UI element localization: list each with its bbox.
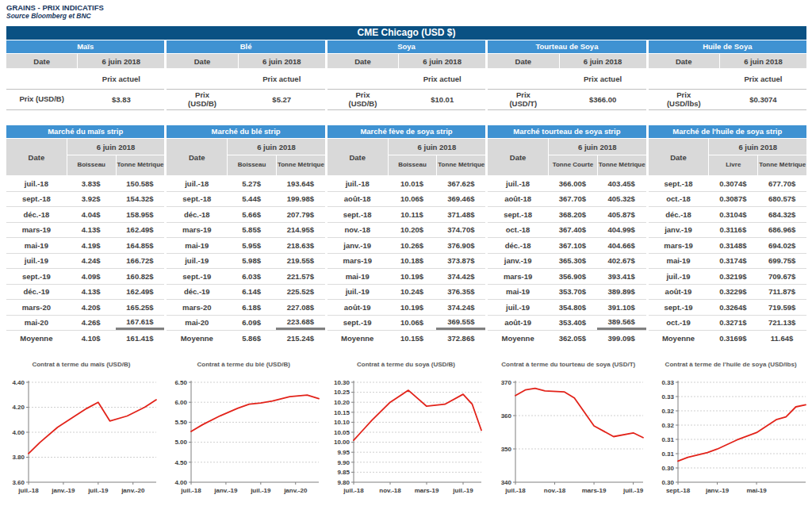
row-value: 405.87$: [597, 207, 646, 222]
line-chart: 0.300.300.310.310.320.320.330.33sept.-18…: [649, 376, 811, 501]
strip-section-soya: Marché fève de soya strip Date 6 juin 20…: [327, 125, 485, 347]
row-date: août-19: [649, 285, 709, 300]
strip-section-title: Marché tourteau de soya strip: [488, 125, 645, 138]
row-date: sept.-18: [6, 192, 67, 207]
unit-column-header: Tonne Métrique: [758, 155, 806, 175]
moyenne-value: 372.86$: [436, 331, 485, 347]
row-value: 367.62$: [436, 176, 485, 191]
row-value: 5.85$: [227, 223, 276, 238]
moyenne-label: Moyenne: [6, 331, 67, 347]
row-date: juil.-18: [488, 176, 548, 191]
row-value: 4.13$: [67, 285, 116, 300]
price-line: [678, 404, 806, 461]
y-tick-label: 9.80: [337, 479, 350, 486]
row-value: 354.80$: [548, 300, 597, 315]
table-row: mars-204.20$165.25$: [6, 300, 164, 316]
row-date: mars-19: [327, 254, 388, 269]
table-row: déc.-180.3104$684.32$: [649, 207, 806, 223]
moyenne-row: Moyenne 5.86$ 215.24$: [167, 331, 324, 347]
row-value: 4.26$: [67, 316, 116, 331]
row-value: 373.87$: [436, 254, 485, 269]
line-chart: 4.004.505.005.506.006.50juil.-18janv.-19…: [163, 376, 324, 501]
table-row: oct.-190.3271$721.13$: [649, 316, 806, 332]
row-date: mars-20: [6, 300, 67, 315]
row-date: sept.-19: [6, 269, 67, 284]
row-value: 193.64$: [276, 176, 325, 191]
table-row: août-1810.06$369.46$: [327, 192, 485, 208]
y-tick-label: 9.85: [337, 469, 350, 476]
table-row: sept.-183.92$154.32$: [6, 192, 164, 208]
table-row: mars-206.18$227.08$: [167, 300, 324, 316]
table-row: sept.-1910.06$369.55$: [327, 316, 485, 332]
price-unit-label: Prix (USD/lbs): [649, 90, 719, 109]
row-value: 227.08$: [276, 300, 325, 315]
x-tick-label: janv.-20: [121, 487, 145, 494]
spot-section-tourteau: Tourteau de Soya Date 6 juin 2018 Prix a…: [488, 40, 645, 110]
price-value: $0.3074: [720, 90, 806, 109]
moyenne-label: Moyenne: [327, 331, 388, 347]
x-tick-label: juil.-19: [250, 487, 271, 494]
table-row: mars-1910.18$373.87$: [327, 254, 485, 270]
chart-soya: Contrat à terme du soya (USD/B) 9.809.85…: [325, 355, 488, 501]
moyenne-label: Moyenne: [488, 331, 548, 347]
table-row: mai-206.09$223.68$: [167, 316, 324, 332]
y-tick-label: 4.20: [12, 404, 25, 411]
table-row: mai-19353.70$389.89$: [488, 285, 645, 301]
row-value: 165.25$: [116, 300, 165, 315]
date-value: 6 juin 2018: [239, 54, 325, 68]
y-tick-label: 10.20: [334, 399, 350, 406]
row-value: 0.3264$: [708, 300, 757, 315]
price-current-label: Prix actuel: [239, 68, 325, 89]
row-value: 0.3074$: [708, 176, 757, 191]
date-column-header: Date: [488, 139, 548, 175]
empty-cell: [327, 68, 398, 89]
date-label: Date: [649, 54, 719, 68]
row-date: janv.-19: [488, 254, 548, 269]
strip-section-title: Marché du maïs strip: [6, 125, 164, 138]
row-value: 4.13$: [67, 223, 116, 238]
strip-section-mais: Marché du maïs strip Date 6 juin 2018 Bo…: [6, 125, 164, 347]
row-value: 10.18$: [388, 254, 437, 269]
moyenne-row: Moyenne 4.10$ 161.41$: [6, 331, 164, 347]
line-chart: 340350360370juil.-18nov.-18mars-19juil.-…: [487, 376, 649, 501]
strip-section-huile: Marché de l'huile de soya strip Date 6 j…: [649, 125, 806, 347]
row-value: 680.57$: [757, 192, 806, 207]
row-value: 0.3174$: [708, 254, 757, 269]
unit-column-header: Tonne Courte: [549, 155, 597, 175]
price-current-label: Prix actuel: [78, 68, 164, 89]
price-line: [191, 395, 319, 431]
table-row: juil.-19354.80$391.10$: [488, 300, 645, 316]
row-value: 150.58$: [116, 176, 165, 191]
y-tick-label: 4.00: [174, 479, 187, 486]
row-date: déc.-18: [167, 207, 227, 222]
y-tick-label: 0.33: [662, 393, 675, 401]
row-value: 677.70$: [757, 176, 806, 191]
y-tick-label: 10.30: [334, 379, 350, 386]
price-unit-label: Prix (USD/B): [167, 90, 237, 109]
date-value-header: 6 juin 2018: [549, 139, 646, 155]
page-source: Source Bloomberg et BNC: [6, 12, 104, 20]
y-tick-label: 0.30: [662, 479, 675, 486]
unit-column-header: Tonne Métrique: [277, 155, 325, 175]
row-value: 4.09$: [67, 269, 116, 284]
table-row: sept.-18368.20$405.87$: [488, 207, 645, 223]
row-value: 404.66$: [597, 238, 646, 253]
x-tick-label: janv.-20: [283, 487, 308, 494]
y-tick-label: 5.00: [174, 439, 187, 446]
spot-section-ble: Blé Date 6 juin 2018 Prix actuel Prix (U…: [167, 40, 324, 110]
row-date: janv.-19: [649, 223, 709, 238]
chart-title: Contrat à terme de l'huile de soya (USD/…: [649, 355, 812, 376]
table-row: déc.-184.04$158.95$: [6, 207, 164, 223]
y-tick-label: 360: [501, 412, 512, 420]
row-value: 374.70$: [436, 223, 485, 238]
moyenne-label: Moyenne: [167, 331, 227, 347]
row-date: mai-19: [649, 254, 709, 269]
table-row: juil.-183.83$150.58$: [6, 176, 164, 192]
price-unit-label: Prix (USD/T): [488, 90, 558, 109]
moyenne-value: 399.09$: [597, 331, 646, 347]
x-tick-label: juil.-18: [343, 487, 364, 494]
row-value: 711.87$: [757, 285, 806, 300]
price-line: [515, 389, 643, 438]
date-value: 6 juin 2018: [78, 54, 164, 68]
row-value: 10.06$: [388, 316, 437, 331]
